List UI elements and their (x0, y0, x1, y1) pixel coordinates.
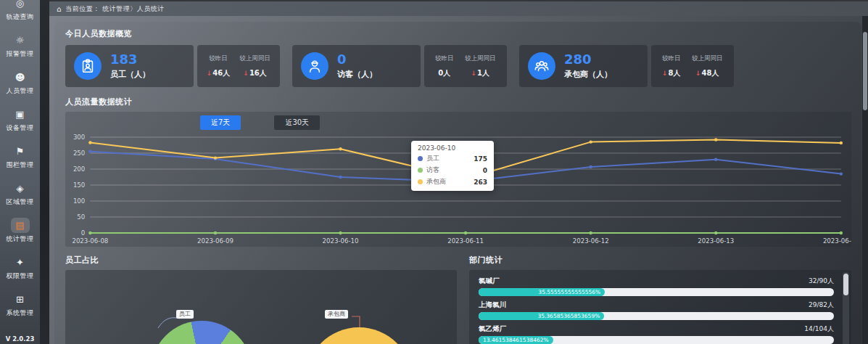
contractor-icon (528, 52, 555, 80)
department-count: 32/90人 (809, 277, 834, 286)
compare-value: 48人 (702, 69, 719, 77)
device-icon: ▣ (15, 110, 24, 119)
stat-card-main[interactable]: 280 承包商（人） (519, 45, 648, 87)
department-count: 29/82人 (809, 300, 834, 310)
stat-card-main[interactable]: 0 访客（人） (292, 45, 421, 87)
content-panel: 今日人员数据概览 183 员工（人） 较昨日 ↓46人 较上周同日 ↓16人 0… (54, 22, 861, 344)
track-icon: ◎ (16, 0, 24, 8)
fence-icon: ⚑ (16, 147, 25, 156)
svg-text:2023-06-10: 2023-06-10 (323, 237, 359, 245)
tooltip-series-value: 175 (474, 155, 487, 163)
tooltip-row: 员工 175 (418, 154, 487, 163)
breadcrumb-bar: ⌂ 当前位置： 统计管理〉人员统计 (49, 0, 868, 16)
stat-card-group: 280 承包商（人） 较昨日 ↓8人 较上周同日 ↓48人 (519, 45, 734, 87)
breadcrumb: 当前位置： 统计管理〉人员统计 (65, 4, 164, 14)
compare-label: 较昨日 (662, 54, 681, 63)
sidebar-edge (40, 0, 49, 344)
compare-value: 0人 (438, 69, 450, 77)
department-bar-track: 35.55555555555556% (479, 288, 834, 296)
svg-text:2023-06-08: 2023-06-08 (72, 237, 108, 245)
svg-text:300: 300 (73, 134, 85, 141)
compare-value: 1人 (477, 69, 489, 77)
series-dot-icon (418, 179, 423, 184)
sidebar-item-system[interactable]: ⊞ 系统管理 (0, 286, 40, 323)
tooltip-series-name: 访客 (426, 165, 479, 175)
system-icon: ⊞ (16, 295, 24, 304)
compare-label: 较上周同日 (465, 54, 496, 63)
department-bar-fill: 35.55555555555556% (479, 288, 605, 296)
contractor-pie-callout-line (351, 314, 365, 329)
area-icon: ◈ (17, 184, 24, 193)
stat-card-main[interactable]: 183 员工（人） (65, 45, 194, 87)
department-stats-title: 部门统计 (469, 255, 851, 266)
sidebar-item-permission[interactable]: ✦ 权限管理 (0, 249, 40, 286)
employee-ratio-panel: 员工 承包商 (65, 270, 457, 344)
department-scrollbar-thumb[interactable] (843, 274, 848, 295)
permission-icon: ✦ (16, 258, 24, 267)
svg-text:50: 50 (77, 213, 85, 221)
main-area: 今日人员数据概览 183 员工（人） 较昨日 ↓46人 较上周同日 ↓16人 0… (49, 16, 868, 344)
sidebar: ◎ 轨迹查询 ☼ 报警管理 ☻ 人员管理 ▣ 设备管理 ⚑ 围栏管理 ◈ 区域管… (0, 0, 40, 344)
compare-label: 较上周同日 (239, 54, 270, 63)
stat-value: 0 (337, 52, 377, 67)
sidebar-items: ◎ 轨迹查询 ☼ 报警管理 ☻ 人员管理 ▣ 设备管理 ⚑ 围栏管理 ◈ 区域管… (0, 0, 40, 323)
trend-down-icon: ↓ (243, 70, 249, 77)
compare-label: 较上周同日 (692, 54, 723, 63)
range-tab-7d[interactable]: 近7天 (200, 115, 241, 130)
department-bar-fill: 13.461538461538462% (479, 336, 553, 344)
tooltip-row: 承包商 263 (418, 177, 487, 187)
department-scrollbar[interactable] (843, 272, 849, 344)
sidebar-item-area[interactable]: ◈ 区域管理 (0, 175, 40, 212)
bottom-row: 员工占比 员工 承包商 部门统计 (65, 255, 851, 344)
page-scrollbar-thumb[interactable] (863, 32, 867, 110)
compare-column: 较上周同日 ↓48人 (692, 54, 723, 78)
sidebar-item-track[interactable]: ◎ 轨迹查询 (0, 0, 40, 27)
svg-text:2023-06-11: 2023-06-11 (447, 237, 484, 245)
svg-text:200: 200 (73, 165, 85, 173)
employee-badge-icon (74, 52, 102, 80)
compare-value: 16人 (249, 69, 267, 77)
department-count: 14/104人 (804, 324, 834, 334)
contractor-pie-label: 承包商 (325, 310, 348, 319)
compare-column: 较昨日 ↓46人 (207, 54, 230, 78)
stats-icon: ▤ (15, 221, 24, 230)
contractor-pie-chart[interactable] (305, 327, 413, 344)
tooltip-date: 2023-06-10 (418, 144, 487, 152)
person-icon: ☻ (15, 73, 25, 82)
svg-text:2023-06-14: 2023-06-14 (823, 237, 851, 245)
trend-down-icon: ↓ (695, 70, 701, 77)
employee-ratio-section: 员工占比 员工 承包商 (65, 255, 457, 344)
sidebar-item-alarm[interactable]: ☼ 报警管理 (0, 27, 40, 64)
compare-column: 较上周同日 ↓1人 (465, 54, 496, 78)
department-row: 上海氯川 29/82人 35.36585365853659% (479, 300, 834, 320)
compare-column: 较昨日 ↓8人 (662, 54, 681, 78)
svg-text:2023-06-13: 2023-06-13 (698, 237, 734, 245)
range-tab-30d[interactable]: 近30天 (274, 115, 320, 130)
employee-ratio-title: 员工占比 (65, 255, 457, 266)
flow-chart-panel: 近7天近30天 0501001502002503002023-06-082023… (65, 112, 851, 247)
sidebar-item-personnel[interactable]: ☻ 人员管理 (0, 64, 40, 101)
trend-down-icon: ↓ (662, 70, 668, 77)
department-rows: 氯碱厂 32/90人 35.55555555555556% 上海氯川 29/82… (469, 270, 851, 344)
sidebar-item-stats[interactable]: ▤ 统计管理 (0, 212, 40, 249)
stat-label: 员工（人） (110, 69, 150, 80)
home-icon[interactable]: ⌂ (57, 5, 61, 13)
department-name: 氯乙烯厂 (479, 324, 506, 334)
svg-text:100: 100 (73, 197, 85, 205)
svg-text:250: 250 (73, 150, 85, 157)
sidebar-item-fence[interactable]: ⚑ 围栏管理 (0, 138, 40, 175)
trend-down-icon: ↓ (471, 70, 476, 77)
department-bar-fill: 35.36585365853659% (479, 312, 604, 320)
page-scrollbar[interactable] (862, 16, 868, 344)
stat-label: 承包商（人） (564, 69, 612, 80)
chart-tooltip: 2023-06-10 员工 175 访客 0 承包商 263 (411, 141, 494, 191)
department-name: 上海氯川 (479, 300, 506, 310)
visitor-icon (301, 52, 328, 80)
app-version: V 2.0.23 (0, 335, 40, 343)
department-stats-panel: 氯碱厂 32/90人 35.55555555555556% 上海氯川 29/82… (469, 270, 851, 344)
department-bar-track: 13.461538461538462% (479, 336, 834, 344)
tooltip-series-name: 员工 (426, 154, 470, 163)
stat-card-group: 183 员工（人） 较昨日 ↓46人 较上周同日 ↓16人 (65, 45, 280, 87)
trend-down-icon: ↓ (207, 70, 212, 77)
sidebar-item-device[interactable]: ▣ 设备管理 (0, 101, 40, 138)
